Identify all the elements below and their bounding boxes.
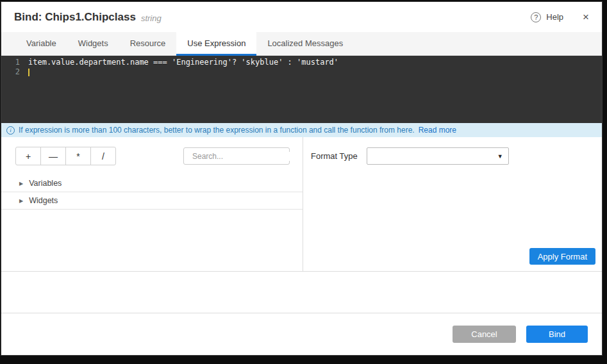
close-icon[interactable]: × (583, 12, 589, 22)
toolbar-row: + — * / (15, 147, 290, 165)
minus-operator-button[interactable]: — (40, 147, 66, 165)
line-number: 1 (1, 58, 20, 67)
screen: Bind: Chips1.Chipclass string ? Help × V… (0, 0, 607, 364)
chevron-down-icon: ▼ (497, 153, 503, 160)
line-number: 2 (1, 67, 20, 77)
multiply-operator-button[interactable]: * (65, 147, 91, 165)
dialog-footer: Cancel Bind (1, 313, 602, 355)
info-icon: i (6, 126, 15, 135)
line-number-gutter: 1 2 (1, 58, 26, 123)
tab-widgets[interactable]: Widgets (67, 32, 119, 56)
tree-item-widgets[interactable]: ▶ Widgets (1, 192, 303, 210)
plus-operator-button[interactable]: + (15, 147, 41, 165)
tree-item-label: Variables (29, 179, 62, 188)
tab-variable[interactable]: Variable (15, 32, 67, 56)
format-type-row: Format Type ▼ (311, 147, 594, 165)
search-box[interactable] (183, 147, 290, 165)
code-area[interactable]: item.value.department.name === 'Engineer… (26, 58, 602, 123)
chevron-right-icon: ▶ (19, 198, 23, 204)
text-cursor (28, 69, 29, 76)
format-panel: Format Type ▼ Apply Format (303, 137, 602, 271)
tab-use-expression[interactable]: Use Expression (176, 32, 256, 56)
bindings-tree: ▶ Variables ▶ Widgets (1, 175, 303, 210)
operator-button-group: + — * / (15, 147, 116, 165)
main-area: + — * / ▶ Variables (1, 137, 602, 272)
format-type-select[interactable]: ▼ (367, 147, 509, 165)
divide-operator-button[interactable]: / (90, 147, 116, 165)
tab-resource[interactable]: Resource (119, 32, 177, 56)
code-line-1: item.value.department.name === 'Engineer… (28, 58, 602, 67)
expression-editor[interactable]: 1 2 item.value.department.name === 'Engi… (1, 56, 602, 123)
dialog-header: Bind: Chips1.Chipclass string ? Help × (1, 2, 602, 32)
binding-type-label: string (141, 13, 162, 23)
apply-format-button[interactable]: Apply Format (529, 248, 595, 265)
empty-band (1, 272, 602, 313)
read-more-link[interactable]: Read more (419, 126, 456, 135)
cancel-button[interactable]: Cancel (453, 326, 516, 343)
info-bar: i If expression is more than 100 charact… (1, 123, 602, 137)
tab-localized-messages[interactable]: Localized Messages (256, 32, 354, 56)
tree-item-label: Widgets (29, 196, 58, 205)
dialog-title: Bind: Chips1.Chipclass (14, 11, 136, 24)
code-line-2 (28, 67, 602, 77)
format-type-label: Format Type (311, 151, 358, 161)
info-text: If expression is more than 100 character… (19, 126, 415, 135)
help-icon[interactable]: ? (531, 12, 541, 22)
search-input[interactable] (192, 152, 292, 161)
chevron-right-icon: ▶ (19, 181, 23, 186)
tab-bar: Variable Widgets Resource Use Expression… (1, 32, 602, 56)
bind-dialog: Bind: Chips1.Chipclass string ? Help × V… (1, 1, 603, 356)
help-link[interactable]: Help (546, 12, 563, 22)
expression-builder-panel: + — * / ▶ Variables (1, 137, 303, 271)
bind-button[interactable]: Bind (526, 326, 588, 343)
tree-item-variables[interactable]: ▶ Variables (1, 175, 303, 192)
header-actions: ? Help × (531, 12, 589, 22)
